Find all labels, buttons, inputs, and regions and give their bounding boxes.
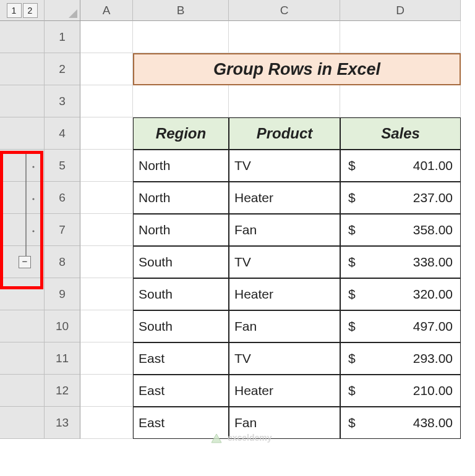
currency-symbol: $	[348, 351, 356, 366]
cell-A11[interactable]	[80, 342, 133, 375]
row-header-6[interactable]: 6	[45, 182, 80, 214]
currency-symbol: $	[348, 255, 356, 270]
svg-marker-3	[212, 434, 221, 443]
sales-value: 338.00	[413, 255, 453, 270]
column-header-A[interactable]: A	[80, 0, 133, 21]
cell-A6[interactable]	[80, 182, 133, 214]
cell-A4[interactable]	[80, 117, 133, 150]
row-header-9[interactable]: 9	[45, 278, 80, 310]
row-header-2[interactable]: 2	[45, 53, 80, 85]
table-cell-region[interactable]: North	[133, 150, 229, 182]
cell-C1[interactable]	[229, 21, 340, 53]
table-cell-region[interactable]: East	[133, 375, 229, 407]
table-header-product[interactable]: Product	[229, 117, 340, 150]
sales-value: 320.00	[413, 287, 453, 302]
outline-gutter	[0, 182, 45, 214]
title-cell[interactable]: Group Rows in Excel	[133, 53, 461, 85]
currency-symbol: $	[348, 383, 356, 398]
cell-B1[interactable]	[133, 21, 229, 53]
currency-symbol: $	[348, 319, 356, 334]
table-header-region[interactable]: Region	[133, 117, 229, 150]
table-cell-sales[interactable]: $320.00	[340, 278, 461, 310]
table-cell-product[interactable]: Heater	[229, 182, 340, 214]
outline-gutter	[0, 342, 45, 375]
table-cell-product[interactable]: TV	[229, 150, 340, 182]
cell-A8[interactable]	[80, 246, 133, 278]
table-cell-product[interactable]: Heater	[229, 375, 340, 407]
outline-level-2-button[interactable]: 2	[23, 3, 38, 18]
column-header-B[interactable]: B	[133, 0, 229, 21]
table-cell-region[interactable]: East	[133, 342, 229, 375]
sales-value: 438.00	[413, 415, 453, 430]
watermark-logo-icon	[210, 433, 223, 444]
row-header-11[interactable]: 11	[45, 342, 80, 375]
outline-gutter	[0, 21, 45, 53]
row-header-12[interactable]: 12	[45, 375, 80, 407]
cell-A10[interactable]	[80, 310, 133, 342]
spreadsheet-grid: 1 2 A B C D 1 2 Group Rows in Excel 3 4 …	[0, 0, 475, 439]
row-header-1[interactable]: 1	[45, 21, 80, 53]
row-header-7[interactable]: 7	[45, 214, 80, 246]
cell-A2[interactable]	[80, 53, 133, 85]
currency-symbol: $	[348, 287, 356, 302]
outline-gutter	[0, 150, 45, 182]
row-header-10[interactable]: 10	[45, 310, 80, 342]
cell-A1[interactable]	[80, 21, 133, 53]
sales-value: 497.00	[413, 319, 453, 334]
table-cell-sales[interactable]: $358.00	[340, 214, 461, 246]
watermark-text: exceldemy	[228, 433, 272, 443]
table-cell-sales[interactable]: $210.00	[340, 375, 461, 407]
table-cell-product[interactable]: Fan	[229, 310, 340, 342]
table-cell-sales[interactable]: $497.00	[340, 310, 461, 342]
outline-level-header: 1 2	[0, 0, 45, 21]
sales-value: 237.00	[413, 190, 453, 205]
row-header-8[interactable]: 8	[45, 246, 80, 278]
table-cell-product[interactable]: Heater	[229, 278, 340, 310]
outline-gutter	[0, 53, 45, 85]
table-cell-region[interactable]: North	[133, 214, 229, 246]
outline-gutter	[0, 117, 45, 150]
select-all-button[interactable]	[45, 0, 80, 21]
table-cell-product[interactable]: TV	[229, 246, 340, 278]
cell-D1[interactable]	[340, 21, 461, 53]
currency-symbol: $	[348, 415, 356, 430]
table-cell-product[interactable]: TV	[229, 342, 340, 375]
row-header-4[interactable]: 4	[45, 117, 80, 150]
table-cell-region[interactable]: North	[133, 182, 229, 214]
table-cell-product[interactable]: Fan	[229, 214, 340, 246]
outline-gutter	[0, 407, 45, 439]
cell-A9[interactable]	[80, 278, 133, 310]
table-cell-region[interactable]: South	[133, 278, 229, 310]
table-header-sales[interactable]: Sales	[340, 117, 461, 150]
currency-symbol: $	[348, 158, 356, 173]
table-cell-sales[interactable]: $293.00	[340, 342, 461, 375]
cell-A3[interactable]	[80, 85, 133, 117]
watermark: exceldemy	[210, 433, 272, 444]
cell-A13[interactable]	[80, 407, 133, 439]
table-cell-region[interactable]: South	[133, 310, 229, 342]
row-header-3[interactable]: 3	[45, 85, 80, 117]
table-cell-region[interactable]: South	[133, 246, 229, 278]
cell-A5[interactable]	[80, 150, 133, 182]
cell-D3[interactable]	[340, 85, 461, 117]
cell-A12[interactable]	[80, 375, 133, 407]
cell-A7[interactable]	[80, 214, 133, 246]
outline-gutter	[0, 278, 45, 310]
sales-value: 293.00	[413, 351, 453, 366]
column-header-C[interactable]: C	[229, 0, 340, 21]
column-header-D[interactable]: D	[340, 0, 461, 21]
group-collapse-button[interactable]: −	[19, 256, 31, 268]
outline-gutter	[0, 85, 45, 117]
table-cell-sales[interactable]: $237.00	[340, 182, 461, 214]
sales-value: 358.00	[413, 223, 453, 237]
cell-B3[interactable]	[133, 85, 229, 117]
currency-symbol: $	[348, 190, 356, 205]
table-cell-sales[interactable]: $401.00	[340, 150, 461, 182]
table-cell-sales[interactable]: $438.00	[340, 407, 461, 439]
cell-C3[interactable]	[229, 85, 340, 117]
table-cell-sales[interactable]: $338.00	[340, 246, 461, 278]
row-header-13[interactable]: 13	[45, 407, 80, 439]
outline-level-1-button[interactable]: 1	[7, 3, 22, 18]
outline-gutter	[0, 375, 45, 407]
row-header-5[interactable]: 5	[45, 150, 80, 182]
